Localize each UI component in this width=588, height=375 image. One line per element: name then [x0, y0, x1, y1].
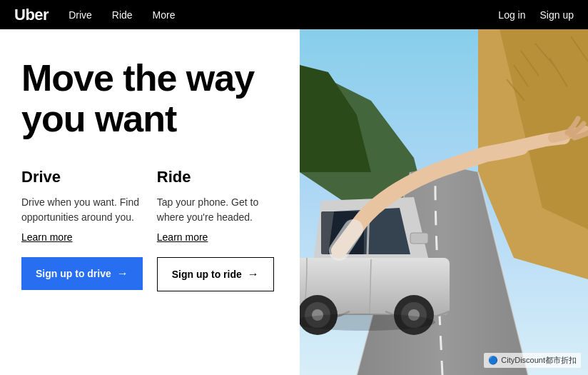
nav-left: Uber Drive Ride More: [14, 6, 176, 24]
nav-drive-link[interactable]: Drive: [69, 9, 92, 21]
drive-card-desc: Drive when you want. Find opportunities …: [21, 195, 143, 225]
main-content: Move the way you want Drive Drive when y…: [0, 29, 588, 375]
signup-link[interactable]: Sign up: [540, 9, 574, 21]
svg-rect-3: [410, 233, 428, 244]
nav-ride-link[interactable]: Ride: [112, 9, 133, 21]
uber-logo[interactable]: Uber: [14, 6, 49, 24]
watermark-icon: 🔵: [488, 356, 498, 365]
ride-card: Ride Tap your phone. Get to where you're…: [157, 168, 288, 354]
login-link[interactable]: Log in: [498, 9, 525, 21]
arrow-right-icon: →: [117, 267, 128, 280]
hero-title: Move the way you want: [21, 58, 278, 139]
arrow-right-icon-ride: →: [248, 268, 259, 281]
hero-svg: [300, 29, 588, 375]
ride-card-desc: Tap your phone. Get to where you're head…: [157, 195, 274, 225]
nav-more-link[interactable]: More: [153, 9, 176, 21]
navbar: Uber Drive Ride More Log in Sign up: [0, 0, 588, 29]
ride-learn-more-link[interactable]: Learn more: [157, 231, 208, 243]
hero-image-panel: 🔵 CityDiscount都市折扣: [300, 29, 588, 375]
left-panel: Move the way you want Drive Drive when y…: [0, 29, 300, 375]
drive-card-title: Drive: [21, 168, 143, 186]
watermark-text: CityDiscount都市折扣: [501, 355, 577, 366]
drive-card: Drive Drive when you want. Find opportun…: [21, 168, 157, 354]
sign-up-to-drive-button[interactable]: Sign up to drive →: [21, 257, 143, 290]
sign-up-to-ride-button[interactable]: Sign up to ride →: [157, 257, 274, 291]
watermark: 🔵 CityDiscount都市折扣: [484, 353, 581, 368]
drive-learn-more-link[interactable]: Learn more: [21, 231, 73, 243]
sign-up-to-drive-label: Sign up to drive: [36, 268, 111, 279]
sign-up-to-ride-label: Sign up to ride: [172, 269, 242, 280]
ride-card-title: Ride: [157, 168, 274, 186]
nav-right: Log in Sign up: [498, 9, 574, 21]
cards-row: Drive Drive when you want. Find opportun…: [21, 168, 278, 354]
